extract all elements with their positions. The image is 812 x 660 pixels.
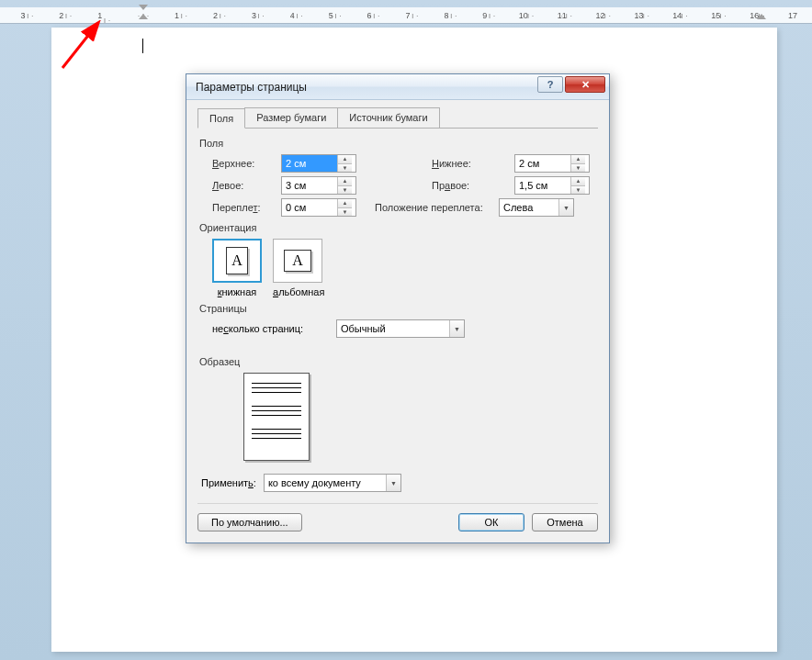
margin-right-input[interactable] (515, 177, 570, 194)
spinner-down-icon[interactable]: ▼ (338, 164, 352, 173)
margin-top-input[interactable] (282, 155, 337, 172)
tab-paper-size[interactable]: Размер бумаги (244, 107, 338, 128)
margin-left-label: Левое: (212, 180, 281, 191)
multi-pages-select[interactable]: Обычный ▼ (336, 319, 465, 338)
spinner-down-icon[interactable]: ▼ (571, 186, 585, 195)
margin-right-label: Правое: (432, 180, 514, 191)
ruler-num: 17 (773, 11, 812, 20)
preview-page-icon (243, 373, 310, 461)
page-setup-dialog: Параметры страницы ? ✕ Поля Размер бумаг… (186, 73, 610, 543)
margin-left-spinner[interactable]: ▲▼ (281, 176, 356, 195)
apply-to-value: ко всему документу (268, 477, 386, 488)
margin-bottom-input[interactable] (515, 155, 570, 172)
orientation-group-label: Ориентация (199, 222, 598, 233)
multi-pages-value: Обычный (341, 323, 449, 334)
tab-paper-source[interactable]: Источник бумаги (337, 107, 439, 128)
apply-to-select[interactable]: ко всему документу ▼ (264, 474, 401, 492)
gutter-label: Переплет: (212, 202, 281, 213)
first-line-indent-marker[interactable] (139, 5, 148, 10)
spinner-down-icon[interactable]: ▼ (571, 164, 585, 173)
margin-top-label: Верхнее: (212, 158, 281, 169)
chevron-down-icon[interactable]: ▼ (449, 320, 464, 337)
chevron-down-icon[interactable]: ▼ (558, 199, 573, 216)
pages-group-label: Страницы (199, 303, 598, 314)
margins-group-label: Поля (199, 138, 598, 149)
preview-group-label: Образец (199, 356, 598, 367)
gutter-position-value: Слева (503, 202, 558, 213)
landscape-page-icon: A (284, 250, 311, 272)
dialog-titlebar[interactable]: Параметры страницы ? ✕ (186, 74, 609, 100)
margin-right-spinner[interactable]: ▲▼ (514, 176, 590, 195)
defaults-button[interactable]: По умолчанию... (197, 513, 302, 531)
orientation-portrait[interactable]: A (212, 239, 262, 283)
help-button[interactable]: ? (537, 76, 563, 93)
portrait-page-icon: A (226, 247, 248, 274)
close-button[interactable]: ✕ (565, 76, 605, 93)
gutter-position-label: Положение переплета: (375, 202, 499, 213)
spinner-down-icon[interactable]: ▼ (338, 186, 352, 195)
right-indent-marker[interactable] (757, 14, 766, 19)
margin-top-spinner[interactable]: ▲▼ (281, 154, 356, 173)
spinner-up-icon[interactable]: ▲ (338, 177, 352, 186)
spinner-up-icon[interactable]: ▲ (338, 199, 352, 208)
left-indent-marker[interactable] (139, 14, 148, 19)
orientation-portrait-label: книжная (212, 286, 262, 297)
margin-bottom-spinner[interactable]: ▲▼ (514, 154, 590, 173)
gutter-input[interactable] (282, 199, 337, 216)
text-cursor (142, 39, 143, 53)
ok-button[interactable]: ОК (458, 513, 524, 531)
tab-fields[interactable]: Поля (197, 108, 245, 129)
margin-left-input[interactable] (282, 177, 337, 194)
dialog-title: Параметры страницы (196, 81, 307, 94)
gutter-spinner[interactable]: ▲▼ (281, 198, 356, 217)
tabstrip: Поля Размер бумаги Источник бумаги (197, 107, 598, 129)
horizontal-ruler[interactable]: 3 2 1 1 2 3 4 5 6 7 8 9 10 11 12 13 14 1… (0, 7, 812, 24)
cancel-button[interactable]: Отмена (532, 513, 598, 531)
chevron-down-icon[interactable]: ▼ (386, 475, 400, 491)
orientation-landscape[interactable]: A (273, 239, 322, 283)
spinner-up-icon[interactable]: ▲ (338, 155, 352, 164)
spinner-up-icon[interactable]: ▲ (571, 155, 585, 164)
spinner-down-icon[interactable]: ▼ (338, 208, 352, 217)
orientation-landscape-label: альбомная (273, 286, 324, 297)
apply-to-label: Применить: (201, 477, 256, 488)
spinner-up-icon[interactable]: ▲ (571, 177, 585, 186)
multi-pages-label: несколько страниц: (212, 323, 336, 334)
gutter-position-select[interactable]: Слева ▼ (499, 198, 574, 217)
margin-bottom-label: Нижнее: (432, 158, 514, 169)
